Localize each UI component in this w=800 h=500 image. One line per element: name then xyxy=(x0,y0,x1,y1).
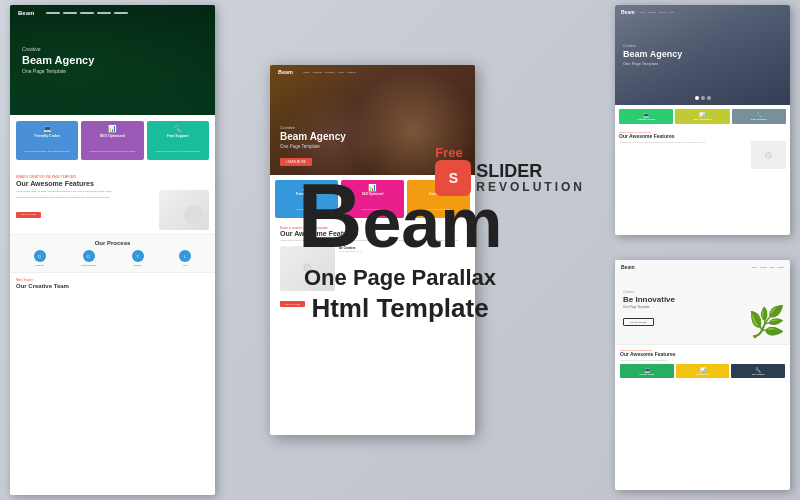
rt-card-1: 💻 Friendly Codes xyxy=(619,109,673,124)
rb-hero: Beam Home Portfolio Blog Contact Creativ… xyxy=(615,260,790,345)
left-circle-3: T xyxy=(132,250,144,262)
left-awesome: Beam is creative one page template Our A… xyxy=(10,171,215,234)
left-feature-card-3: 🔧 Fast Support Lorem ipsum dummy text pr… xyxy=(147,121,209,160)
rb-cta-btn[interactable]: LEARN MORE xyxy=(623,318,654,326)
rb-aw-cards: 💻 Friendly Codes 📊 SEO Optimized 🔧 Fast … xyxy=(620,364,785,378)
rb-nav-2: Portfolio xyxy=(760,266,767,268)
rt-aw-row: Lorem ipsum dolor sit amet consectetur a… xyxy=(619,141,786,169)
rb-aw-card-3: 🔧 Fast Support xyxy=(731,364,785,378)
center-btn-sm[interactable]: READ MORE xyxy=(280,301,305,307)
preview-right-top: Beam Home Portfolio Services About Creat… xyxy=(615,5,790,235)
center-nav-2: Portfolio xyxy=(313,71,322,74)
left-card-icon-1: 💻 xyxy=(19,125,75,133)
left-step-2: D Development xyxy=(81,250,96,267)
center-hero-eyebrow: Creative xyxy=(280,125,346,130)
left-read-more-btn[interactable]: READ MORE xyxy=(16,212,41,218)
left-step-label-4: Live xyxy=(179,264,191,267)
left-feature-card-2: 📊 SEO Optimized Lorem ipsum dummy text p… xyxy=(81,121,143,160)
left-feature-cards: 💻 Friendly Codes Lorem ipsum dummy text … xyxy=(16,121,209,160)
rt-hero-tag: One Page Template xyxy=(623,61,782,66)
rt-dot-3 xyxy=(707,96,711,100)
center-awesome: Beam is creative one page template Our A… xyxy=(275,222,470,313)
left-circle-2: D xyxy=(83,250,95,262)
rt-nav-1: Home xyxy=(640,11,645,13)
left-features-section: 💻 Friendly Codes Lorem ipsum dummy text … xyxy=(10,115,215,171)
rt-title-3: Fast Support xyxy=(734,118,784,121)
left-features-img xyxy=(159,190,209,230)
left-hero-nav: Beam xyxy=(18,10,128,16)
center-hero-nav: Beam Home Portfolio Services About Conta… xyxy=(270,69,475,75)
left-team-label: Meet Yourpo xyxy=(16,278,209,282)
left-process-title: Our Process xyxy=(16,240,209,246)
badge-row: S SLIDER REVOLUTION xyxy=(435,160,585,196)
rt-card-2: 📊 SEO Optimized xyxy=(675,109,729,124)
left-hero-title: Beam Agency xyxy=(22,54,94,67)
rb-aw-title-3: Fast Support xyxy=(733,373,783,375)
nav-dot-1 xyxy=(46,12,60,14)
rt-title-1: Friendly Codes xyxy=(621,118,671,121)
rt-navlinks: Home Portfolio Services About xyxy=(640,11,675,13)
rt-nav: Beam Home Portfolio Services About xyxy=(615,9,790,15)
center-card-desc-3: Lorem ipsum dummy text xyxy=(427,208,449,210)
left-hero: Beam Creative Beam Agency One Page Templ… xyxy=(10,5,215,115)
left-step-label-1: Design xyxy=(34,264,46,267)
rb-nav: Beam Home Portfolio Blog Contact xyxy=(615,264,790,270)
rt-dot-1 xyxy=(695,96,699,100)
slider-icon-letter: S xyxy=(449,170,458,186)
slider-badge: Free S SLIDER REVOLUTION xyxy=(435,145,585,196)
rb-nav-3: Blog xyxy=(770,266,774,268)
center-card-title-1: Friendly Codes xyxy=(278,192,335,196)
left-hero-eyebrow: Creative xyxy=(22,46,41,52)
left-features-p1: Lorem ipsum dolor sit amet, consectetur … xyxy=(16,190,155,194)
center-nav-3: Services xyxy=(325,71,335,74)
rb-nav-4: Contact xyxy=(777,266,784,268)
center-card-desc-2: Lorem ipsum dummy text xyxy=(361,208,383,210)
slider-revolution-icon: S xyxy=(435,160,471,196)
rt-eyebrow: Creative xyxy=(623,44,782,48)
left-step-label-2: Development xyxy=(81,264,96,267)
rt-nav-2: Portfolio xyxy=(648,11,655,13)
rb-aw-card-1: 💻 Friendly Codes xyxy=(620,364,674,378)
rb-aw-card-2: 📊 SEO Optimized xyxy=(676,364,730,378)
center-card-icon-1: 💻 xyxy=(278,184,335,192)
left-features-p2: Nemo enim ipsam voluptatem quia voluptas… xyxy=(16,196,155,200)
left-circle-1: D xyxy=(34,250,46,262)
center-hero-title: Beam Agency xyxy=(280,131,346,143)
center-aw-title: Our Awesome Features xyxy=(280,230,465,237)
rt-logo: Beam xyxy=(621,9,635,15)
rb-plant-decoration: 🌿 xyxy=(745,289,785,339)
rt-awesome: Beam is creative one page template Our A… xyxy=(615,128,790,172)
left-nav-dots xyxy=(46,12,128,14)
left-awesome-title: Our Awesome Features xyxy=(16,180,209,187)
center-nav-1: Home xyxy=(303,71,310,74)
rt-aw-img: ⚙ xyxy=(751,141,786,169)
left-logo: Beam xyxy=(18,10,34,16)
left-hero-tagline: One Page Template xyxy=(22,68,66,74)
rb-aw-title: Our Awesome Features xyxy=(620,351,785,357)
left-card-title-2: SEO Optimized xyxy=(84,134,140,138)
rt-hero-title: Beam Agency xyxy=(623,49,782,60)
left-card-title-3: Fast Support xyxy=(150,134,206,138)
rt-hero: Beam Home Portfolio Services About Creat… xyxy=(615,5,790,105)
center-card-desc-1: Lorem ipsum dummy text xyxy=(295,208,317,210)
left-card-icon-2: 📊 xyxy=(84,125,140,133)
rt-dots xyxy=(695,96,711,100)
rt-title-2: SEO Optimized xyxy=(677,118,727,121)
center-aw-features: Be Creative Lorem ipsum dummy text xyxy=(280,246,465,291)
rb-navlinks: Home Portfolio Blog Contact xyxy=(751,266,784,268)
rb-aw-title-1: Friendly Codes xyxy=(622,373,672,375)
nav-dot-5 xyxy=(114,12,128,14)
left-card-text-2: Lorem ipsum dummy text printing industry xyxy=(89,150,135,153)
center-hero-cta[interactable]: LEARN MORE xyxy=(280,158,312,166)
free-label: Free xyxy=(435,145,462,160)
center-aw-image xyxy=(280,246,335,291)
rt-cards: 💻 Friendly Codes 📊 SEO Optimized 🔧 Fast … xyxy=(615,105,790,128)
center-nav-5: Contact xyxy=(347,71,356,74)
rt-dot-2 xyxy=(701,96,705,100)
center-aw-fi-text-1: Lorem ipsum dummy text xyxy=(339,250,465,252)
slider-subtitle: REVOLUTION xyxy=(476,180,585,194)
center-card-2: 📊 SEO Optimized Lorem ipsum dummy text xyxy=(341,180,404,218)
preview-right-bottom: Beam Home Portfolio Blog Contact Creativ… xyxy=(615,260,790,490)
rt-aw-title: Our Awesome Features xyxy=(619,133,786,139)
preview-center: Beam Home Portfolio Services About Conta… xyxy=(270,65,475,435)
